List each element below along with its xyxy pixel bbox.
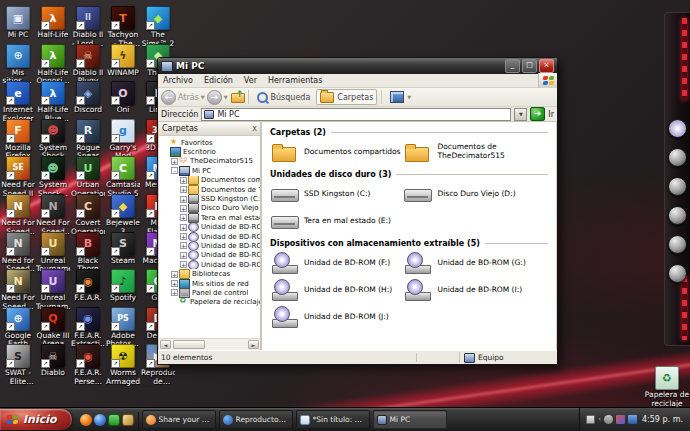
desktop-icon-need-for-speed-hi[interactable]: N↗Need For Speed Hi... [1,194,35,236]
desktop-icon-garry-s-mod[interactable]: g↗Garry's Mod [106,119,140,161]
item-unidad-de-bd-rom-h[interactable]: Unidad de BD-ROM (H:) [270,279,403,301]
desktop-icon-diablo[interactable]: ☠↗Diablo [36,344,70,378]
desktop-icon-need-for-speed-un[interactable]: N↗Need for Speed Un... [1,232,35,274]
item-ssd-kingston-c[interactable]: SSD Kingston (C:) [270,183,403,205]
desktop-icon-quake-iii-arena[interactable]: Q↗Quake III Arena [36,307,70,349]
scroll-left-icon[interactable]: ◄ [160,340,171,349]
desktop-icon-the-sims-2[interactable]: ◆↗The Sims™ 2 [141,6,175,48]
tree-item-bibliotecas[interactable]: +Bibliotecas [161,269,260,278]
item-documentos-de-thedecimator515[interactable]: Documentos de TheDecimator515 [403,141,536,163]
tree-item-unidad-de-bd-rom-g[interactable]: +Unidad de BD-ROM (G:) [161,232,260,241]
desktop-icon-half-life-opposi[interactable]: λ↗Half-Life Opposi... [36,44,70,86]
desktop-icon-need-for-speed-m[interactable]: N↗Need For Speed™ M... [1,269,35,311]
tree-item-disco-duro-viejo-d[interactable]: +Disco Duro Viejo (D:) [161,204,260,213]
views-button[interactable]: ▼ [386,89,415,105]
scroll-right-icon[interactable]: ► [248,340,259,349]
tree-expander-icon[interactable]: + [180,214,187,221]
desktop-icon-internet-explorer[interactable]: e↗Internet Explorer [1,81,35,123]
start-button[interactable]: Inicio [0,409,72,430]
menu-ver[interactable]: Ver [244,76,257,85]
tree-item-escritorio[interactable]: Escritorio [161,147,260,156]
tray-net-icon[interactable] [628,415,637,424]
desktop-icon-diablo-ii-plugy[interactable]: ☠↗Diablo II Plugy [71,44,105,86]
address-input[interactable]: Mi PC [201,108,511,121]
tree-expander-icon[interactable]: + [180,205,187,212]
item-unidad-de-bd-rom-g[interactable]: Unidad de BD-ROM (G:) [403,252,536,274]
desktop-icon-unreal-tournament[interactable]: U↗Unreal Tournament [36,232,70,274]
tree-expander-icon[interactable]: + [171,271,178,278]
desktop-icon-winamp[interactable]: ϟ↗WINAMP [106,44,140,78]
desktop-icon-f-e-a-r-extracti[interactable]: ◉↗F.E.A.R. Extracti... [71,307,105,349]
tree-expander-icon[interactable]: + [180,224,187,231]
tree-item-ssd-kingston-c[interactable]: +SSD Kingston (C:) [161,194,260,203]
desktop-icon-urban-operations[interactable]: U↗Urban Operations [71,156,105,198]
tree-expander-icon[interactable]: + [180,177,187,184]
back-dropdown-icon[interactable]: ▼ [201,94,205,100]
desktop-icon-discord[interactable]: ◈↗Discord [71,81,105,115]
desktop-icon-mozilla-firefox[interactable]: F↗Mozilla Firefox [1,119,35,161]
desktop-icon-system-shock[interactable]: ☻↗System Shock [36,119,70,161]
desktop-icon-bejeweled-3[interactable]: ◆↗Bejeweled 3 [106,194,140,236]
tree-item-thedecimator515[interactable]: +TheDecimator515 [161,157,260,166]
back-icon[interactable]: ← [161,90,176,105]
tree-expander-icon[interactable]: + [180,233,187,240]
desktop-icon-black-thorn[interactable]: B↗Black Thorn [71,232,105,274]
tree-expander-icon[interactable]: + [180,261,187,268]
folders-button[interactable]: Carpetas [316,89,377,105]
tree-item-papelera-de-reciclaje[interactable]: Papelera de reciclaje [161,298,260,307]
tray-vol-icon[interactable] [604,415,613,424]
tree-item-unidad-de-bd-rom-j[interactable]: +Unidad de BD-ROM (J:) [161,260,260,269]
close-pane-icon[interactable]: x [252,125,257,133]
menu-archivo[interactable]: Archivo [163,76,193,85]
go-button[interactable]: ➜ [530,107,545,121]
quicklaunch-browser-icon[interactable] [94,414,106,426]
tree-horizontal-scrollbar[interactable]: ◄ ► [159,338,260,350]
taskbar-button-mi-pc[interactable]: Mi PC [373,410,447,429]
tree-item-tera-en-mal-estado-e[interactable]: +Tera en mal estado (E:) [161,213,260,222]
maximize-button[interactable]: □ [522,59,537,73]
tree-item-panel-de-control[interactable]: +Panel de control [161,288,260,297]
desktop-icon-unreal-tournam[interactable]: U↗Unreal Tournam... [36,269,70,311]
tree-expander-icon[interactable]: + [180,196,187,203]
tray-lang-icon[interactable] [586,415,595,424]
desktop-icon-half-life[interactable]: λ↗Half-Life [36,6,70,40]
tree-expander-icon[interactable]: + [180,252,187,259]
tree-item-mis-sitios-de-red[interactable]: +Mis sitios de red [161,279,260,288]
desktop-icon-need-for-speed-ii[interactable]: SE↗Need For Speed II [1,156,35,198]
tree-expander-icon[interactable]: + [171,289,178,296]
tree-item-mi-pc[interactable]: -Mi PC [161,166,260,175]
desktop-icon-f-e-a-r-perse[interactable]: ◉↗F.E.A.R. Perse... [71,344,105,386]
desktop-icon-need-for-speed-un[interactable]: N↗Need For Speed Un.... [36,194,70,236]
tray-chev-icon[interactable]: ‹ [598,415,601,424]
item-tera-en-mal-estado-e[interactable]: Tera en mal estado (E:) [270,210,403,232]
desktop-icon-diablo-ii-lord-of-destruction[interactable]: II↗Diablo II - Lord Of Destruction [71,6,105,48]
desktop-icon-papelera-de-reciclaje[interactable]: ♻ Papelera de reciclaje [644,366,690,408]
desktop-icon-mi-pc[interactable]: ▣Mi PC [1,6,35,40]
desktop-icon-worms-armageddon[interactable]: ☢↗Worms Armageddon [106,344,140,386]
item-unidad-de-bd-rom-i[interactable]: Unidad de BD-ROM (I:) [403,279,536,301]
desktop-icon-camtasia-studio-5[interactable]: C↗Camtasia Studio 5 [106,156,140,198]
menu-herramientas[interactable]: Herramientas [268,76,323,85]
desktop-icon-spotify[interactable]: ♪↗Spotify [106,269,140,303]
scrollbar-thumb[interactable] [173,340,205,349]
close-button[interactable]: × [539,59,554,73]
desktop-icon-swat-elite-force[interactable]: S↗SWAT - Elite Force [1,344,35,386]
quicklaunch-app-icon[interactable] [108,414,120,426]
item-unidad-de-bd-rom-j[interactable]: Unidad de BD-ROM (J:) [270,306,403,328]
tree-item-favoritos[interactable]: Favoritos [161,138,260,147]
desktop-icon-half-life-blue-shift[interactable]: λ↗Half-Life Blue Shift [36,81,70,123]
desktop-icon-system-shock-2[interactable]: ☻↗System Shock™ 2 [36,156,70,198]
item-documentos-compartidos[interactable]: Documentos compartidos [270,141,403,163]
item-disco-duro-viejo-d[interactable]: Disco Duro Viejo (D:) [403,183,536,205]
forward-icon[interactable]: → [207,90,222,105]
tree-item-unidad-de-bd-rom-f[interactable]: +Unidad de BD-ROM (F:) [161,223,260,232]
desktop-icon-tachyon-the-fringe[interactable]: T↗Tachyon - The Fringe [106,6,140,48]
address-dropdown-button[interactable]: ▼ [514,108,527,121]
tray-disp-icon[interactable] [616,415,625,424]
tree-expander-icon[interactable]: - [171,167,178,174]
window-titlebar[interactable]: Mi PC _ □ × [158,58,557,74]
tree-item-documentos-compartidos[interactable]: +Documentos compartidos [161,176,260,185]
forward-dropdown-icon[interactable]: ▼ [224,94,228,100]
quicklaunch-firefox-icon[interactable] [80,414,92,426]
desktop-icon-covert-operations[interactable]: C↗Covert Operations [71,194,105,236]
